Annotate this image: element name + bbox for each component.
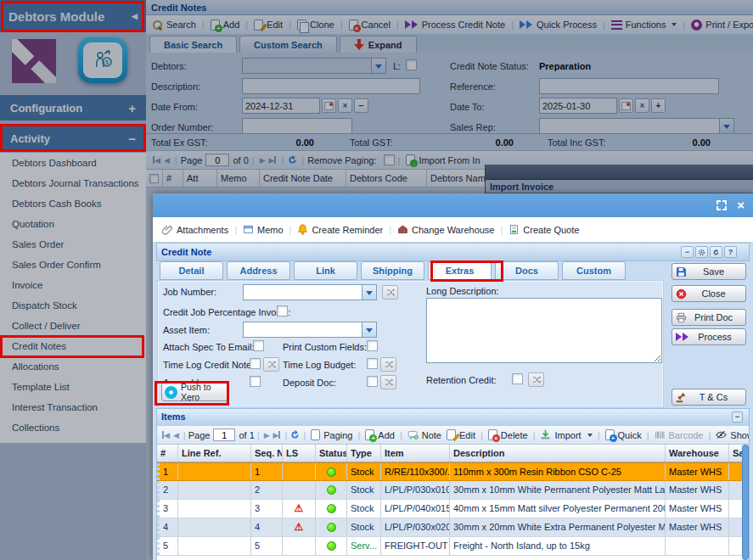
status-green-dot [327,468,336,477]
job-number-label: Job Number: [163,287,216,297]
screen: Debtors Module ◀ $ Configuration + Activ… [0,0,753,560]
minimize-icon[interactable]: − [681,246,694,258]
items-row[interactable]: 22StockL/PL/P/030x010...30mm x 10mm Whit… [157,481,743,500]
tab-docs[interactable]: Docs [495,261,559,280]
time-log-credit-note-checkbox[interactable] [250,358,261,369]
refresh-icon[interactable] [289,429,301,440]
doc-delete-icon: × [488,429,497,440]
job-number-combo[interactable] [243,284,377,300]
retention-credit-link-button[interactable] [528,372,544,387]
items-row[interactable]: 11StockR/RE/110x300/...110mm x 300m Resi… [157,462,743,481]
quick-button[interactable]: +Quick [603,428,644,441]
items-scrollbar[interactable] [742,445,749,560]
cell-item: L/PL/P/030x020... [381,518,450,536]
tab-link[interactable]: Link [294,261,357,280]
deposit-doc-checkbox[interactable] [367,376,378,387]
long-description-textarea[interactable] [426,298,662,363]
col-sal[interactable]: Sal [729,445,743,462]
add-item-button[interactable]: +Add [362,428,397,441]
close-icon[interactable]: × [737,200,745,210]
refresh-icon[interactable] [710,246,722,258]
cell-ls [283,481,316,499]
job-number-link-button[interactable] [382,285,398,300]
col-type[interactable]: Type [347,445,381,462]
gear-icon[interactable] [695,246,708,258]
col-number[interactable]: # [157,445,178,462]
cell-status [316,500,347,518]
note-icon [407,429,419,440]
print-doc-button[interactable]: Print Doc [672,309,746,326]
credit-note-tabs: Detail Address Link Shipping Extras Docs… [160,261,626,280]
change-warehouse-button[interactable]: Change Warehouse [395,223,497,236]
close-button[interactable]: Close [672,285,746,302]
print-custom-fields-checkbox[interactable] [367,340,378,351]
process-button[interactable]: Process [672,328,746,345]
deposit-doc-label: Deposit Doc: [283,378,336,388]
col-description[interactable]: Description [450,445,666,462]
paging-button[interactable]: Paging [308,428,355,441]
prev-page-button[interactable]: ◀ [173,431,179,440]
create-reminder-button[interactable]: Create Reminder [295,223,385,236]
tab-custom-fields[interactable]: Custom Fields [562,261,626,280]
help-icon[interactable]: ? [724,246,737,258]
save-button[interactable]: Save [672,263,746,280]
edit-item-button[interactable]: Edit [444,428,478,441]
col-line-ref[interactable]: Line Ref. [178,445,251,462]
status-green-dot [327,541,336,551]
time-log-budget-checkbox[interactable] [367,358,378,369]
tab-address[interactable]: Address [227,261,290,280]
last-page-button[interactable]: ▶ [273,431,281,440]
warning-icon: ⚠ [295,521,304,533]
tab-detail[interactable]: Detail [160,261,223,280]
col-seq-no[interactable]: Seq. No. [251,445,283,462]
col-ls[interactable]: LS [283,445,316,462]
note-button[interactable]: Note [405,428,444,441]
collapse-items-icon[interactable]: − [732,412,743,423]
show-hide-button[interactable]: Show/H [713,428,749,441]
items-page-input[interactable] [213,428,235,441]
cell-status [316,463,347,480]
deposit-doc-link-button[interactable] [380,375,396,389]
time-log-budget-link-button[interactable] [380,357,396,372]
eye-slash-icon [716,429,727,440]
page-of-label: of 1 [239,430,254,440]
time-log-credit-note-label: Time Log Credit Note: [163,360,254,370]
items-grid-header: # Line Ref. Seq. No. LS Status Type Item… [157,445,743,462]
items-row[interactable]: 55Serv...FREIGHT-OUT IIFreight - North I… [157,537,743,556]
first-page-button[interactable]: ◀ [162,431,170,440]
cell-status [316,518,347,536]
delete-item-button[interactable]: ×Delete [486,428,531,441]
cell-seq: 1 [251,463,283,480]
terms-button[interactable]: T & Cs [672,389,746,406]
printer-icon [676,312,687,323]
attach-spec-checkbox[interactable] [253,340,264,351]
attachments-button[interactable]: Attachments [160,223,231,236]
col-status[interactable]: Status [316,445,347,462]
next-page-button[interactable]: ▶ [264,431,270,440]
cell-ls [283,537,316,555]
items-row[interactable]: 44⚠StockL/PL/P/030x020...30mm x 20mm Whi… [157,518,743,537]
assembly-checkbox[interactable] [250,376,261,387]
maximize-icon[interactable] [716,200,727,210]
cell-num: 5 [157,537,178,555]
memo-icon [243,224,254,235]
create-quote-button[interactable]: Create Quote [506,223,582,236]
cell-item: FREIGHT-OUT II [381,537,450,555]
memo-button[interactable]: Memo [240,223,286,236]
annotation-extras-tab [430,260,503,282]
col-warehouse[interactable]: Warehouse [666,445,729,462]
cell-wh: Master WHS [666,500,729,518]
col-item[interactable]: Item [381,445,450,462]
time-log-credit-note-link-button[interactable] [263,357,279,372]
retention-credit-checkbox[interactable] [512,373,523,384]
barcode-button[interactable]: Barcode [652,428,706,441]
items-row[interactable]: 33⚠StockL/PL/P/040x015...40mm x 15mm Mat… [157,500,743,518]
asset-item-combo[interactable] [243,322,377,338]
print-custom-fields-label: Print Custom Fields: [283,342,367,352]
bell-icon [297,224,308,235]
cell-num: 1 [157,463,178,480]
tab-shipping[interactable]: Shipping [361,261,424,280]
import-button[interactable]: Import [537,428,594,441]
credit-job-percentage-checkbox[interactable] [277,305,288,316]
annotation-credit-notes [0,335,144,358]
